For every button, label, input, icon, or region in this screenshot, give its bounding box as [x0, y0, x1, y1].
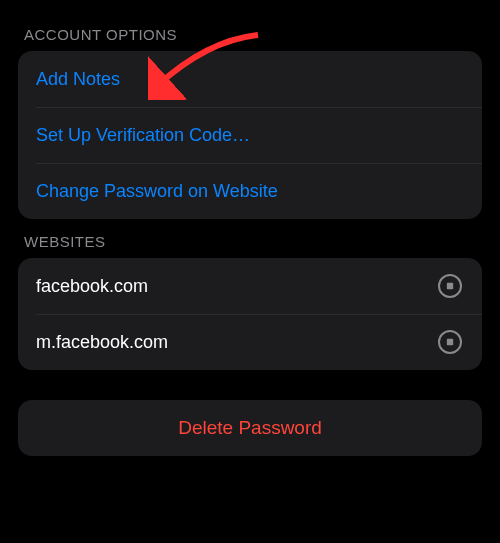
- spacer: [18, 370, 482, 400]
- open-in-safari-button[interactable]: [436, 272, 464, 300]
- website-row[interactable]: m.facebook.com: [18, 314, 482, 370]
- delete-group: Delete Password: [18, 400, 482, 456]
- change-password-website-row[interactable]: Change Password on Website: [18, 163, 482, 219]
- websites-group: facebook.com m.facebook.com: [18, 258, 482, 370]
- open-in-safari-button[interactable]: [436, 328, 464, 356]
- website-row[interactable]: facebook.com: [18, 258, 482, 314]
- account-options-header: ACCOUNT OPTIONS: [18, 12, 482, 51]
- change-password-website-label: Change Password on Website: [36, 181, 278, 202]
- website-label: m.facebook.com: [36, 332, 168, 353]
- account-options-group: Add Notes Set Up Verification Code… Chan…: [18, 51, 482, 219]
- add-notes-row[interactable]: Add Notes: [18, 51, 482, 107]
- settings-page: ACCOUNT OPTIONS Add Notes Set Up Verific…: [0, 0, 500, 456]
- safari-icon: [438, 274, 462, 298]
- delete-password-label: Delete Password: [178, 417, 322, 439]
- setup-verification-code-label: Set Up Verification Code…: [36, 125, 250, 146]
- delete-password-button[interactable]: Delete Password: [18, 400, 482, 456]
- website-label: facebook.com: [36, 276, 148, 297]
- setup-verification-code-row[interactable]: Set Up Verification Code…: [18, 107, 482, 163]
- add-notes-label: Add Notes: [36, 69, 120, 90]
- websites-header: WEBSITES: [18, 219, 482, 258]
- safari-icon: [438, 330, 462, 354]
